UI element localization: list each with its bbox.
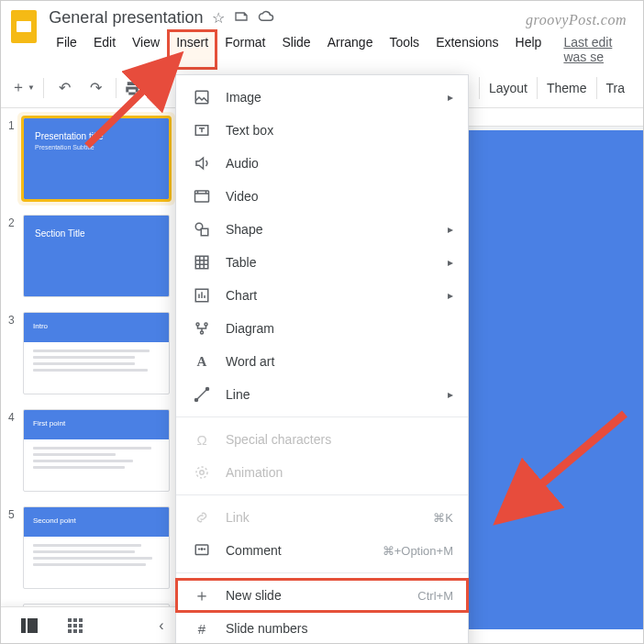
submenu-arrow-icon: ▸ (448, 91, 453, 104)
svg-point-19 (205, 323, 207, 326)
redo-button[interactable]: ↷ (83, 75, 108, 101)
menu-view[interactable]: View (125, 31, 167, 68)
svg-rect-15 (201, 228, 208, 236)
menu-item-label: Chart (226, 288, 433, 303)
svg-point-24 (196, 467, 207, 478)
doc-title[interactable]: General presentation (49, 8, 203, 28)
menu-item-label: Comment (226, 543, 368, 558)
thumb-number: 5 (8, 506, 17, 589)
menu-item-text-box[interactable]: Text box (176, 114, 468, 147)
svg-rect-6 (73, 624, 77, 627)
menu-item-label: Word art (226, 354, 453, 369)
menu-item-line[interactable]: Line▸ (176, 378, 468, 411)
menu-item-word-art[interactable]: AWord art (176, 345, 468, 378)
menu-item-label: Animation (226, 465, 453, 480)
menu-item-label: Shape (226, 222, 433, 237)
grid-view-icon[interactable] (65, 616, 85, 636)
menu-item-label: Special characters (226, 432, 453, 447)
menu-item-animation: Animation (176, 456, 468, 489)
menu-item-label: Diagram (226, 321, 453, 336)
thumb-number: 1 (8, 117, 17, 200)
slide-thumb-3[interactable]: Intro (23, 312, 170, 394)
shortcut: Ctrl+M (417, 589, 453, 603)
cloud-icon[interactable] (258, 9, 274, 28)
slides-logo[interactable] (6, 8, 41, 45)
textbox-icon (193, 121, 211, 139)
submenu-arrow-icon: ▸ (448, 388, 453, 401)
menu-item-comment[interactable]: Comment⌘+Option+M (176, 534, 468, 567)
svg-rect-7 (79, 624, 83, 627)
menu-help[interactable]: Help (508, 31, 550, 68)
svg-point-20 (201, 331, 204, 334)
thumb-number: 3 (8, 312, 17, 394)
menu-extensions[interactable]: Extensions (428, 31, 505, 68)
slide-thumb-4[interactable]: First point (23, 409, 170, 492)
toolbar-layout[interactable]: Layout (479, 77, 537, 99)
submenu-arrow-icon: ▸ (448, 256, 453, 269)
svg-rect-3 (73, 618, 77, 622)
thumb-number: 2 (8, 215, 17, 297)
menu-item-label: Audio (226, 156, 453, 171)
new-slide-button[interactable]: ＋▼ (10, 75, 36, 101)
menu-item-new-slide[interactable]: ＋New slideCtrl+M (176, 579, 468, 612)
hash-icon: # (193, 619, 211, 638)
last-edit-link[interactable]: Last edit was se (556, 31, 638, 68)
slide-panel[interactable]: 1Presentation titlePresentation Subtitle… (1, 108, 184, 629)
line-icon (193, 385, 211, 404)
menu-file[interactable]: File (49, 31, 84, 68)
toolbar-theme[interactable]: Theme (537, 77, 596, 99)
svg-point-18 (196, 323, 199, 326)
svg-rect-5 (68, 624, 72, 627)
svg-rect-8 (68, 629, 72, 633)
menu-format[interactable]: Format (217, 31, 272, 68)
insert-menu: Image▸Text boxAudioVideoShape▸Table▸Char… (175, 74, 469, 644)
menu-item-label: Video (226, 189, 453, 204)
omega-icon: Ω (193, 430, 211, 449)
svg-rect-4 (79, 618, 83, 622)
svg-point-23 (200, 471, 205, 475)
svg-rect-11 (195, 91, 208, 104)
menu-item-diagram[interactable]: Diagram (176, 312, 468, 345)
slide-thumb-2[interactable]: Section Title (23, 215, 170, 297)
menu-slide[interactable]: Slide (274, 31, 317, 68)
submenu-arrow-icon: ▸ (448, 289, 453, 302)
app-header: General presentation ☆ FileEditViewInser… (1, 1, 643, 68)
toolbar-tra[interactable]: Tra (596, 77, 634, 99)
thumb-number: 4 (8, 409, 17, 492)
svg-rect-16 (195, 256, 208, 269)
wordart-icon: A (193, 352, 211, 371)
menu-item-label: Line (226, 387, 433, 402)
svg-rect-9 (73, 629, 77, 633)
menu-item-chart[interactable]: Chart▸ (176, 279, 468, 312)
menu-item-slide-numbers[interactable]: #Slide numbers (176, 612, 468, 644)
menu-insert[interactable]: Insert (169, 31, 216, 68)
slide-thumb-1[interactable]: Presentation titlePresentation Subtitle (23, 117, 170, 200)
menu-item-label: Slide numbers (226, 621, 453, 636)
submenu-arrow-icon: ▸ (448, 223, 453, 236)
menu-arrange[interactable]: Arrange (320, 31, 381, 68)
watermark: groovyPost.com (526, 12, 627, 28)
menu-item-image[interactable]: Image▸ (176, 81, 468, 114)
move-icon[interactable] (234, 9, 249, 28)
svg-rect-0 (21, 618, 26, 633)
plus-icon: ＋ (193, 586, 211, 605)
menu-item-shape[interactable]: Shape▸ (176, 213, 468, 246)
menu-item-audio[interactable]: Audio (176, 147, 468, 180)
menu-item-label: New slide (226, 588, 403, 603)
menubar: FileEditViewInsertFormatSlideArrangeTool… (49, 31, 638, 68)
shortcut: ⌘K (433, 511, 453, 525)
undo-button[interactable]: ↶ (51, 75, 77, 101)
view-bar: ‹ (1, 606, 190, 643)
star-icon[interactable]: ☆ (212, 9, 225, 28)
menu-tools[interactable]: Tools (382, 31, 427, 68)
print-button[interactable]: ▼ (124, 75, 150, 101)
filmstrip-view-icon[interactable] (19, 616, 39, 636)
table-icon (193, 253, 211, 272)
slide-thumb-5[interactable]: Second point (23, 506, 170, 589)
comment-icon (193, 541, 211, 560)
menu-item-video[interactable]: Video (176, 180, 468, 213)
shortcut: ⌘+Option+M (383, 544, 453, 558)
collapse-icon[interactable]: ‹ (151, 616, 172, 636)
menu-item-table[interactable]: Table▸ (176, 246, 468, 279)
menu-edit[interactable]: Edit (86, 31, 123, 68)
